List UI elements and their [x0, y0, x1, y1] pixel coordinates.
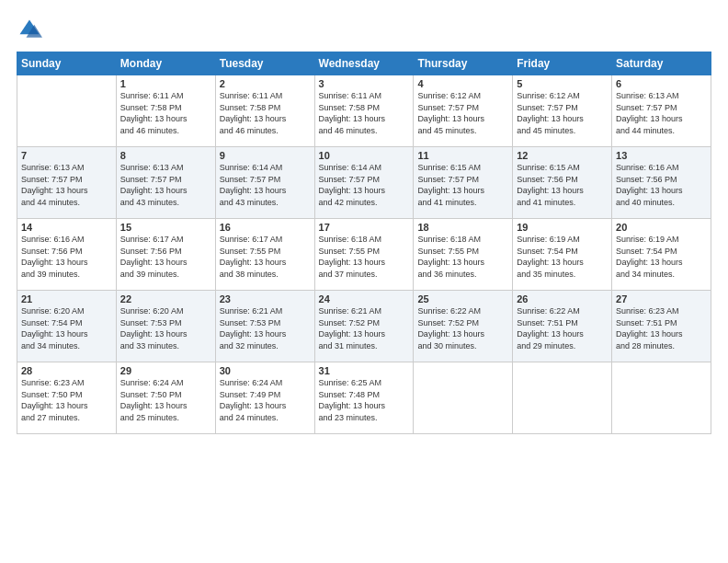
calendar-cell: 24Sunrise: 6:21 AM Sunset: 7:52 PM Dayli… [314, 291, 414, 362]
day-number: 1 [120, 78, 211, 89]
calendar-cell [17, 75, 117, 147]
day-number: 25 [417, 293, 508, 304]
calendar-cell: 10Sunrise: 6:14 AM Sunset: 7:57 PM Dayli… [314, 147, 414, 219]
day-info: Sunrise: 6:13 AM Sunset: 7:57 PM Dayligh… [21, 162, 112, 208]
day-number: 12 [517, 150, 608, 161]
day-number: 15 [120, 222, 211, 233]
day-number: 26 [517, 293, 608, 304]
day-number: 28 [21, 365, 112, 376]
calendar-table: SundayMondayTuesdayWednesdayThursdayFrid… [17, 52, 711, 434]
day-info: Sunrise: 6:15 AM Sunset: 7:56 PM Dayligh… [517, 162, 608, 208]
day-number: 30 [220, 365, 311, 376]
day-number: 2 [220, 78, 311, 89]
calendar-cell: 9Sunrise: 6:14 AM Sunset: 7:57 PM Daylig… [215, 147, 314, 219]
calendar-cell [612, 362, 711, 434]
day-info: Sunrise: 6:21 AM Sunset: 7:53 PM Dayligh… [220, 305, 311, 351]
calendar-cell [513, 362, 612, 434]
day-info: Sunrise: 6:15 AM Sunset: 7:57 PM Dayligh… [417, 162, 508, 208]
day-info: Sunrise: 6:23 AM Sunset: 7:51 PM Dayligh… [616, 305, 707, 351]
header-day-sunday: Sunday [17, 52, 117, 75]
calendar-cell: 31Sunrise: 6:25 AM Sunset: 7:48 PM Dayli… [314, 362, 414, 434]
day-info: Sunrise: 6:12 AM Sunset: 7:57 PM Dayligh… [417, 90, 508, 136]
header-day-thursday: Thursday [414, 52, 513, 75]
day-number: 13 [616, 150, 707, 161]
calendar-cell: 28Sunrise: 6:23 AM Sunset: 7:50 PM Dayli… [17, 362, 117, 434]
day-number: 24 [319, 293, 410, 304]
day-number: 23 [220, 293, 311, 304]
day-number: 4 [417, 78, 508, 89]
day-info: Sunrise: 6:17 AM Sunset: 7:55 PM Dayligh… [220, 234, 311, 280]
day-info: Sunrise: 6:13 AM Sunset: 7:57 PM Dayligh… [120, 162, 211, 208]
day-number: 3 [319, 78, 410, 89]
day-info: Sunrise: 6:16 AM Sunset: 7:56 PM Dayligh… [616, 162, 707, 208]
calendar-cell: 27Sunrise: 6:23 AM Sunset: 7:51 PM Dayli… [612, 291, 711, 362]
calendar-cell: 12Sunrise: 6:15 AM Sunset: 7:56 PM Dayli… [513, 147, 612, 219]
day-number: 17 [319, 222, 410, 233]
day-info: Sunrise: 6:22 AM Sunset: 7:51 PM Dayligh… [517, 305, 608, 351]
calendar-cell: 11Sunrise: 6:15 AM Sunset: 7:57 PM Dayli… [414, 147, 513, 219]
day-info: Sunrise: 6:18 AM Sunset: 7:55 PM Dayligh… [417, 234, 508, 280]
calendar-cell [414, 362, 513, 434]
header-day-tuesday: Tuesday [215, 52, 314, 75]
calendar-cell: 7Sunrise: 6:13 AM Sunset: 7:57 PM Daylig… [17, 147, 117, 219]
calendar-week-4: 21Sunrise: 6:20 AM Sunset: 7:54 PM Dayli… [17, 291, 711, 362]
day-number: 9 [220, 150, 311, 161]
day-info: Sunrise: 6:24 AM Sunset: 7:49 PM Dayligh… [220, 377, 311, 423]
day-number: 5 [517, 78, 608, 89]
calendar-cell: 29Sunrise: 6:24 AM Sunset: 7:50 PM Dayli… [116, 362, 215, 434]
calendar-cell: 25Sunrise: 6:22 AM Sunset: 7:52 PM Dayli… [414, 291, 513, 362]
calendar-cell: 26Sunrise: 6:22 AM Sunset: 7:51 PM Dayli… [513, 291, 612, 362]
day-info: Sunrise: 6:19 AM Sunset: 7:54 PM Dayligh… [616, 234, 707, 280]
day-number: 11 [417, 150, 508, 161]
calendar-week-1: 1Sunrise: 6:11 AM Sunset: 7:58 PM Daylig… [17, 75, 711, 147]
header-row: SundayMondayTuesdayWednesdayThursdayFrid… [17, 52, 711, 75]
calendar-week-2: 7Sunrise: 6:13 AM Sunset: 7:57 PM Daylig… [17, 147, 711, 219]
day-info: Sunrise: 6:19 AM Sunset: 7:54 PM Dayligh… [517, 234, 608, 280]
calendar-cell: 23Sunrise: 6:21 AM Sunset: 7:53 PM Dayli… [215, 291, 314, 362]
calendar-cell: 30Sunrise: 6:24 AM Sunset: 7:49 PM Dayli… [215, 362, 314, 434]
day-number: 20 [616, 222, 707, 233]
day-info: Sunrise: 6:17 AM Sunset: 7:56 PM Dayligh… [120, 234, 211, 280]
day-info: Sunrise: 6:24 AM Sunset: 7:50 PM Dayligh… [120, 377, 211, 423]
calendar-cell: 18Sunrise: 6:18 AM Sunset: 7:55 PM Dayli… [414, 219, 513, 291]
calendar-cell: 2Sunrise: 6:11 AM Sunset: 7:58 PM Daylig… [215, 75, 314, 147]
day-number: 14 [21, 222, 112, 233]
calendar-cell: 3Sunrise: 6:11 AM Sunset: 7:58 PM Daylig… [314, 75, 414, 147]
header-day-monday: Monday [116, 52, 215, 75]
day-info: Sunrise: 6:23 AM Sunset: 7:50 PM Dayligh… [21, 377, 112, 423]
day-info: Sunrise: 6:11 AM Sunset: 7:58 PM Dayligh… [120, 90, 211, 136]
day-number: 21 [21, 293, 112, 304]
day-info: Sunrise: 6:12 AM Sunset: 7:57 PM Dayligh… [517, 90, 608, 136]
day-info: Sunrise: 6:14 AM Sunset: 7:57 PM Dayligh… [220, 162, 311, 208]
calendar-cell: 22Sunrise: 6:20 AM Sunset: 7:53 PM Dayli… [116, 291, 215, 362]
day-number: 27 [616, 293, 707, 304]
calendar-week-5: 28Sunrise: 6:23 AM Sunset: 7:50 PM Dayli… [17, 362, 711, 434]
header-day-friday: Friday [513, 52, 612, 75]
day-info: Sunrise: 6:21 AM Sunset: 7:52 PM Dayligh… [319, 305, 410, 351]
calendar-cell: 8Sunrise: 6:13 AM Sunset: 7:57 PM Daylig… [116, 147, 215, 219]
day-info: Sunrise: 6:22 AM Sunset: 7:52 PM Dayligh… [417, 305, 508, 351]
day-info: Sunrise: 6:16 AM Sunset: 7:56 PM Dayligh… [21, 234, 112, 280]
logo-icon [17, 17, 42, 42]
day-number: 6 [616, 78, 707, 89]
page-header [17, 17, 711, 42]
day-number: 8 [120, 150, 211, 161]
day-info: Sunrise: 6:11 AM Sunset: 7:58 PM Dayligh… [319, 90, 410, 136]
calendar-cell: 14Sunrise: 6:16 AM Sunset: 7:56 PM Dayli… [17, 219, 117, 291]
calendar-cell: 19Sunrise: 6:19 AM Sunset: 7:54 PM Dayli… [513, 219, 612, 291]
logo [17, 17, 46, 42]
day-info: Sunrise: 6:20 AM Sunset: 7:53 PM Dayligh… [120, 305, 211, 351]
header-day-wednesday: Wednesday [314, 52, 414, 75]
calendar-cell: 13Sunrise: 6:16 AM Sunset: 7:56 PM Dayli… [612, 147, 711, 219]
calendar-cell: 15Sunrise: 6:17 AM Sunset: 7:56 PM Dayli… [116, 219, 215, 291]
day-number: 22 [120, 293, 211, 304]
calendar-cell: 5Sunrise: 6:12 AM Sunset: 7:57 PM Daylig… [513, 75, 612, 147]
day-number: 19 [517, 222, 608, 233]
day-number: 31 [319, 365, 410, 376]
day-info: Sunrise: 6:11 AM Sunset: 7:58 PM Dayligh… [220, 90, 311, 136]
day-number: 18 [417, 222, 508, 233]
day-info: Sunrise: 6:25 AM Sunset: 7:48 PM Dayligh… [319, 377, 410, 423]
calendar-cell: 20Sunrise: 6:19 AM Sunset: 7:54 PM Dayli… [612, 219, 711, 291]
calendar-cell: 6Sunrise: 6:13 AM Sunset: 7:57 PM Daylig… [612, 75, 711, 147]
day-info: Sunrise: 6:14 AM Sunset: 7:57 PM Dayligh… [319, 162, 410, 208]
